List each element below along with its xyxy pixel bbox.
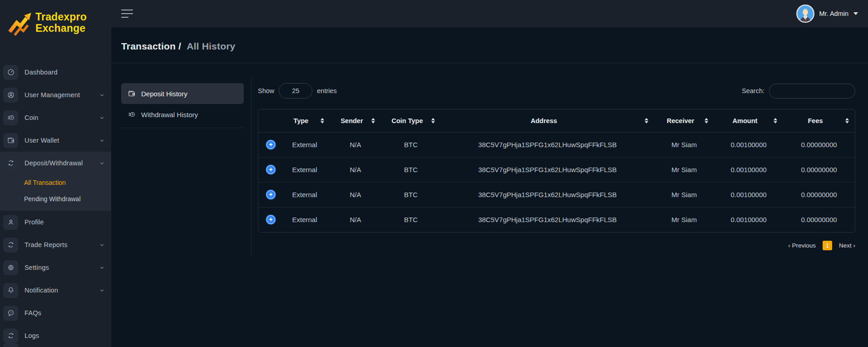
cell-fees: 0.00000000 <box>783 157 855 182</box>
cell-sender: N/A <box>330 132 381 157</box>
sidebar-subitem-pending-withdrawal[interactable]: Pending Withdrawal <box>0 191 111 207</box>
user-menu[interactable]: Mr. Admin <box>796 5 858 23</box>
sidebar-item-label: Notification <box>25 287 99 294</box>
chevron-down-icon <box>99 160 105 166</box>
sidebar-item-label: User Management <box>25 91 99 99</box>
chevron-down-icon <box>99 288 105 293</box>
bell-icon <box>3 283 18 298</box>
sidebar-item-deposit-withdrawal[interactable]: Deposit/Withdrawal <box>0 152 111 174</box>
next-button[interactable]: Next › <box>839 242 855 249</box>
table-row: External N/A BTC 38C5V7gPHja1SPFG1x62LHu… <box>258 182 855 207</box>
table-row: External N/A BTC 38C5V7gPHja1SPFG1x62LHu… <box>258 207 855 232</box>
cell-amount: 0.00100000 <box>714 132 783 157</box>
column-header-address[interactable]: Address <box>441 109 654 132</box>
wallet-icon <box>128 89 136 98</box>
search-label: Search: <box>742 87 764 94</box>
cell-fees: 0.00000000 <box>783 132 855 157</box>
sort-icon[interactable] <box>705 118 708 124</box>
sidebar-item-profile[interactable]: Profile <box>0 211 111 233</box>
gear-icon <box>3 260 18 275</box>
coin-icon: $ <box>3 110 18 125</box>
sidebar-item-settings[interactable]: Settings <box>0 256 111 279</box>
cell-fees: 0.00000000 <box>783 182 855 207</box>
avatar <box>796 5 814 23</box>
sort-icon[interactable] <box>774 118 777 124</box>
report-cycle-icon <box>3 238 18 253</box>
cell-receiver: Mr Siam <box>654 207 714 232</box>
sidebar-item-faqs[interactable]: ? FAQs <box>0 302 111 324</box>
tab-list: Deposit History $ Withdrawal History <box>121 83 244 128</box>
cell-fees: 0.00000000 <box>783 207 855 232</box>
cell-receiver: Mr Siam <box>654 182 714 207</box>
sort-icon[interactable] <box>645 118 648 124</box>
breadcrumb-section: Transaction / <box>121 41 181 51</box>
cell-address: 38C5V7gPHja1SPFG1x62LHuwSpqFFkFLSB <box>441 207 654 232</box>
column-header-type[interactable]: Type <box>279 109 330 132</box>
sidebar-item-coin[interactable]: $ Coin <box>0 106 111 129</box>
logs-cycle-icon <box>3 328 18 343</box>
tab-label: Withdrawal History <box>141 111 198 119</box>
previous-button[interactable]: ‹ Previous <box>788 242 816 249</box>
cell-sender: N/A <box>330 182 381 207</box>
sort-icon[interactable] <box>845 118 849 124</box>
column-header-receiver[interactable]: Receiver <box>654 109 714 132</box>
page-head: Transaction / All History <box>111 27 868 63</box>
brand-name: Tradexpro Exchange <box>35 11 87 34</box>
cell-sender: N/A <box>330 157 381 182</box>
gauge-icon <box>3 65 18 80</box>
sidebar-item-notification[interactable]: Notification <box>0 279 111 302</box>
breadcrumb-current: All History <box>187 41 235 51</box>
sidebar-nav: Dashboard User Management $ Coin <box>0 44 111 347</box>
chevron-down-icon <box>99 92 105 98</box>
user-name: Mr. Admin <box>819 10 848 17</box>
expand-row-button[interactable] <box>266 215 275 224</box>
brand-line2: Exchange <box>35 23 87 34</box>
hamburger-menu-button[interactable] <box>121 10 133 18</box>
search-control: Search: <box>742 84 855 99</box>
sort-icon[interactable] <box>431 118 435 124</box>
chevron-down-icon <box>99 242 105 248</box>
sidebar-item-dashboard[interactable]: Dashboard <box>0 61 111 84</box>
column-header-fees[interactable]: Fees <box>783 109 855 132</box>
topbar: Mr. Admin <box>111 0 868 27</box>
sidebar-subitem-all-transaction[interactable]: All Transaction <box>0 174 111 191</box>
user-circle-icon <box>3 88 18 103</box>
cell-amount: 0.00100000 <box>714 182 783 207</box>
pagination: ‹ Previous 1 Next › <box>258 241 855 250</box>
chevron-down-icon <box>99 265 105 271</box>
search-input[interactable] <box>769 84 855 99</box>
column-header-amount[interactable]: Amount <box>714 109 783 132</box>
tab-withdrawal-history[interactable]: $ Withdrawal History <box>121 105 244 124</box>
expand-row-button[interactable] <box>266 140 275 149</box>
sidebar-item-label: Profile <box>25 218 105 226</box>
expand-row-button[interactable] <box>266 165 275 174</box>
svg-text:?: ? <box>10 311 12 314</box>
entries-control: Show 25 entries <box>258 83 337 99</box>
sidebar-item-user-management[interactable]: User Management <box>0 84 111 106</box>
expand-column-header <box>258 109 279 132</box>
page-title: Transaction / All History <box>121 41 868 52</box>
sidebar-item-label: Settings <box>25 264 99 271</box>
brand-logo[interactable]: Tradexpro Exchange <box>0 0 111 44</box>
svg-text:$: $ <box>132 113 133 116</box>
logo-arrow-icon <box>7 9 34 37</box>
sidebar-item-user-wallet[interactable]: User Wallet <box>0 129 111 152</box>
swap-circle-icon <box>3 156 18 171</box>
show-label: Show <box>258 87 274 94</box>
sidebar-item-label: Logs <box>25 332 105 339</box>
sidebar-group-deposit-withdrawal: Deposit/Withdrawal All Transaction Pendi… <box>0 152 111 211</box>
tab-deposit-history[interactable]: Deposit History <box>121 83 244 104</box>
page-1-button[interactable]: 1 <box>823 241 832 250</box>
column-header-sender[interactable]: Sender <box>330 109 381 132</box>
table-header-row: Type Sender Coin Type <box>258 109 855 132</box>
cell-coin-type: BTC <box>381 132 441 157</box>
column-header-coin-type[interactable]: Coin Type <box>381 109 441 132</box>
sort-icon[interactable] <box>321 118 324 124</box>
chevron-down-icon <box>99 115 105 121</box>
cell-address: 38C5V7gPHja1SPFG1x62LHuwSpqFFkFLSB <box>441 132 654 157</box>
sidebar-next-item-peek <box>3 343 18 347</box>
sidebar-item-trade-reports[interactable]: Trade Reports <box>0 233 111 256</box>
entries-select[interactable]: 25 <box>279 83 312 99</box>
expand-row-button[interactable] <box>266 190 275 199</box>
sort-icon[interactable] <box>371 118 375 124</box>
